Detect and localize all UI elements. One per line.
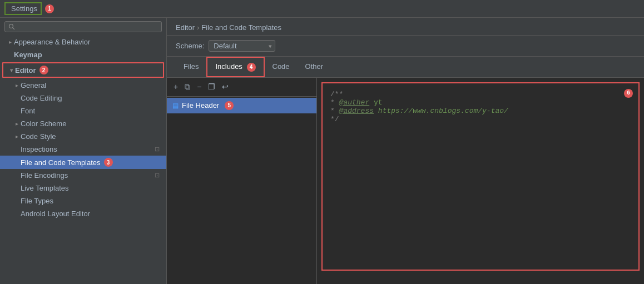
file-header-icon: ▤ (172, 102, 179, 109)
sidebar-item-file-types[interactable]: ▸ File Types (0, 195, 166, 207)
content-area: Editor › File and Code Templates Scheme:… (167, 18, 644, 284)
template-item-label: File Header (182, 101, 219, 109)
title-badge: 1 (45, 4, 54, 13)
sidebar-content: ▸ Appearance & Behavior ▸ Keymap ▾ Edito… (0, 36, 166, 284)
toolbar: + ⧉ − ❐ ↩ (167, 78, 316, 97)
tab-other[interactable]: Other (298, 58, 331, 76)
breadcrumb-separator: › (197, 23, 199, 32)
chevron-icon: ▸ (9, 39, 12, 45)
title-bar: Settings 1 (0, 0, 644, 18)
template-item-file-header[interactable]: ▤ File Header 5 (167, 98, 316, 113)
sidebar-item-label: File Types (21, 197, 53, 205)
sidebar-item-file-encodings[interactable]: ▸ File Encodings ⊡ (0, 169, 166, 182)
sidebar-item-label: General (21, 81, 46, 89)
comment-close: */ (330, 115, 339, 123)
breadcrumb: Editor › File and Code Templates (176, 23, 635, 32)
sidebar: ▸ Appearance & Behavior ▸ Keymap ▾ Edito… (0, 18, 167, 284)
sidebar-item-label: Android Layout Editor (21, 210, 90, 218)
sidebar-item-code-style[interactable]: ▸ Code Style (0, 130, 166, 143)
chevron-icon: ▾ (10, 67, 13, 73)
code-line-3: * @address https://www.cnblogs.com/y-tao… (330, 107, 631, 115)
add-button[interactable]: + (171, 81, 180, 92)
value-auther: yt (369, 98, 382, 107)
sidebar-item-label: Appearance & Behavior (14, 38, 90, 46)
remove-button[interactable]: − (195, 81, 204, 92)
annotation-address: @address (339, 107, 374, 115)
sidebar-item-appearance[interactable]: ▸ Appearance & Behavior (0, 36, 166, 48)
main-layout: ▸ Appearance & Behavior ▸ Keymap ▾ Edito… (0, 18, 644, 284)
sidebar-item-font[interactable]: ▸ Font (0, 104, 166, 117)
comment-prefix-3: * (330, 107, 339, 115)
sidebar-item-general[interactable]: ▸ General (0, 79, 166, 92)
chevron-icon: ▸ (16, 121, 18, 127)
sidebar-item-android-layout[interactable]: ▸ Android Layout Editor (0, 207, 166, 220)
code-area: /** * @auther yt * @address https://www.… (317, 78, 644, 284)
sidebar-item-inspections[interactable]: ▸ Inspections ⊡ (0, 143, 166, 156)
sidebar-item-label: Editor (15, 66, 36, 74)
tabs-row: Files Includes 4 Code Other (167, 57, 644, 78)
tab-other-label: Other (305, 62, 324, 71)
expand-icon: ⊡ (155, 172, 160, 179)
sidebar-item-label: Inspections (21, 145, 57, 153)
search-box[interactable] (4, 21, 162, 32)
svg-point-0 (9, 24, 13, 28)
file-templates-badge: 3 (104, 158, 113, 167)
sidebar-item-editor[interactable]: ▾ Editor 2 (3, 63, 163, 77)
editor-badge: 2 (39, 66, 48, 74)
chevron-icon: ▸ (16, 133, 18, 139)
scheme-row: Scheme: Default (167, 36, 644, 57)
expand-icon: ⊡ (155, 146, 160, 153)
sidebar-item-code-editing[interactable]: ▸ Code Editing (0, 92, 166, 104)
sidebar-item-label: Keymap (14, 51, 42, 59)
copy-button[interactable]: ⧉ (182, 81, 192, 93)
settings-title: Settings (11, 4, 37, 13)
sidebar-item-label: File Encodings (21, 171, 68, 180)
reset-button[interactable]: ↩ (220, 81, 231, 92)
template-area: + ⧉ − ❐ ↩ ▤ File Header 5 (167, 78, 644, 284)
sidebar-item-label: Font (21, 107, 35, 115)
annotation-auther: @auther (339, 98, 370, 107)
sidebar-item-label: Code Style (21, 132, 56, 141)
url-value: https://www.cnblogs.com/y-tao/ (374, 107, 508, 115)
scheme-label: Scheme: (176, 42, 204, 50)
tab-code-label: Code (273, 62, 290, 71)
code-badge: 6 (624, 89, 633, 98)
search-icon (8, 23, 15, 30)
breadcrumb-page: File and Code Templates (201, 23, 281, 32)
duplicate-button[interactable]: ❐ (206, 81, 217, 92)
sidebar-item-label: Code Editing (21, 94, 62, 102)
sidebar-item-file-and-code-templates[interactable]: ▸ File and Code Templates 3 (0, 156, 166, 169)
code-editor[interactable]: /** * @auther yt * @address https://www.… (321, 82, 640, 271)
content-header: Editor › File and Code Templates (167, 18, 644, 36)
code-line-1: /** (330, 90, 631, 98)
chevron-icon: ▸ (16, 82, 18, 88)
tab-code[interactable]: Code (265, 58, 298, 76)
sidebar-item-color-scheme[interactable]: ▸ Color Scheme (0, 117, 166, 130)
scheme-select[interactable]: Default (209, 40, 275, 52)
comment-prefix-2: * (330, 98, 339, 107)
scheme-select-wrapper[interactable]: Default (209, 40, 275, 52)
comment-open: /** (330, 90, 343, 98)
tab-files[interactable]: Files (176, 58, 206, 76)
breadcrumb-editor: Editor (176, 23, 195, 32)
sidebar-item-label: Color Scheme (21, 119, 66, 128)
settings-title-outline: Settings (4, 2, 42, 15)
svg-line-1 (13, 28, 14, 29)
tab-includes[interactable]: Includes 4 (206, 57, 264, 77)
template-list: + ⧉ − ❐ ↩ ▤ File Header 5 (167, 78, 317, 284)
editor-outline: ▾ Editor 2 (2, 62, 164, 78)
code-line-2: * @auther yt (330, 98, 631, 107)
file-header-badge: 5 (225, 101, 234, 110)
sidebar-item-live-templates[interactable]: ▸ Live Templates (0, 182, 166, 195)
sidebar-item-label: Live Templates (21, 184, 68, 192)
tab-includes-label: Includes (215, 62, 242, 71)
code-line-4: */ (330, 115, 631, 123)
includes-badge: 4 (247, 63, 256, 72)
sidebar-item-keymap[interactable]: ▸ Keymap (0, 48, 166, 61)
template-items: ▤ File Header 5 (167, 97, 316, 284)
sidebar-item-label: File and Code Templates (21, 158, 101, 167)
tab-files-label: Files (184, 62, 199, 71)
